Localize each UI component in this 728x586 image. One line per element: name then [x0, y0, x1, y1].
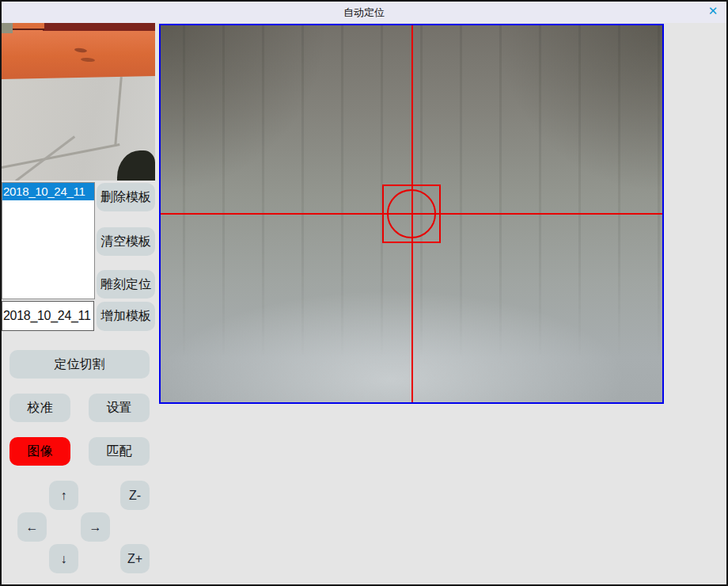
close-icon[interactable]: ✕: [704, 3, 722, 19]
thumbnail-maroon-strip: [43, 23, 155, 31]
dialog-title: 自动定位: [343, 6, 385, 20]
delete-template-button[interactable]: 删除模板: [97, 183, 155, 211]
position-cut-button[interactable]: 定位切割: [9, 350, 150, 379]
thumbnail-tile-line: [114, 77, 123, 146]
auto-position-dialog: 自动定位 ✕ 2018_10_24_11 删除模板 清空模板 雕刻定位 增加模板…: [0, 0, 728, 586]
template-list-item[interactable]: 2018_10_24_11: [2, 183, 94, 200]
thumbnail-orange-tab: [13, 23, 44, 30]
thumbnail-orange-beam: [2, 27, 155, 79]
jog-z-minus-button[interactable]: Z-: [120, 481, 150, 510]
image-button[interactable]: 图像: [9, 437, 70, 466]
jog-z-plus-button[interactable]: Z+: [120, 544, 150, 573]
template-list[interactable]: 2018_10_24_11: [2, 182, 95, 299]
calibrate-button[interactable]: 校准: [9, 394, 70, 422]
match-button[interactable]: 匹配: [89, 437, 150, 466]
jog-down-button[interactable]: ↓: [49, 544, 78, 573]
engrave-position-button[interactable]: 雕刻定位: [97, 270, 155, 299]
jog-up-button[interactable]: ↑: [49, 481, 78, 510]
jog-right-button[interactable]: →: [81, 512, 110, 542]
jog-left-button[interactable]: ←: [17, 512, 47, 542]
camera-view[interactable]: [159, 24, 664, 404]
clear-template-button[interactable]: 清空模板: [97, 227, 155, 256]
template-name-input[interactable]: [2, 301, 94, 331]
add-template-button[interactable]: 增加模板: [97, 302, 155, 331]
thumbnail-dark-object: [117, 150, 155, 181]
titlebar: 自动定位: [2, 2, 726, 23]
settings-button[interactable]: 设置: [89, 394, 150, 422]
thumbnail-gray-patch: [2, 23, 13, 33]
target-circle: [387, 189, 436, 238]
template-thumbnail: [2, 23, 155, 181]
thumbnail-tile-line: [15, 135, 75, 181]
